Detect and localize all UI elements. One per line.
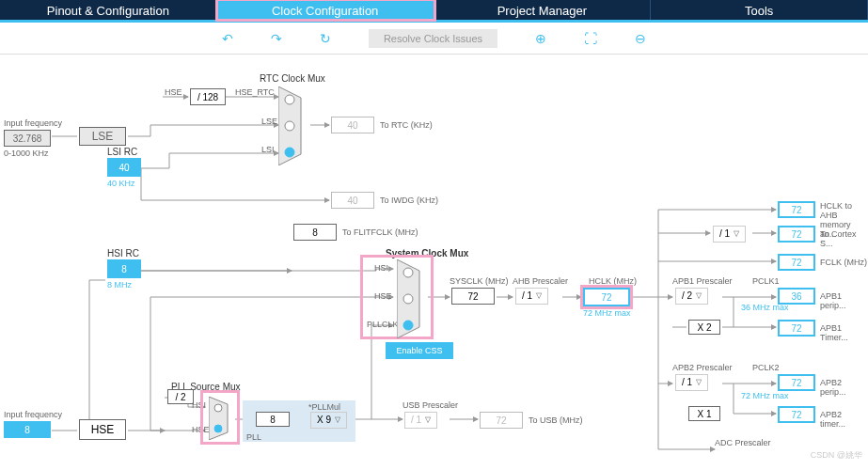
apb1-prescaler-label: APB1 Prescaler (672, 276, 733, 286)
svg-point-3 (288, 150, 292, 154)
cortex-val: 72 (778, 226, 815, 243)
apb1-prescaler-select[interactable]: / 2▽ (675, 288, 708, 305)
zoom-out-icon[interactable]: ⊖ (635, 31, 646, 46)
usb-prescaler-label: USB Prescaler (402, 400, 458, 410)
flitfclk-val: 8 (293, 224, 337, 241)
sysclk-val[interactable]: 72 (451, 288, 495, 305)
svg-point-0 (285, 95, 294, 104)
lsi-unit-label: 40 KHz (107, 179, 135, 188)
hse-rtc-divider: / 128 (190, 88, 226, 105)
pclk1-label: PCLK1 (752, 276, 780, 286)
zoom-fit-icon[interactable]: ⛶ (584, 31, 597, 46)
tab-tools[interactable]: Tools (651, 0, 868, 20)
apb2-timer-label: APB2 timer... (820, 410, 868, 429)
clock-diagram-canvas[interactable]: Input frequency 32.768 0-1000 KHz LSE LS… (0, 55, 868, 464)
apb2-prescaler-select[interactable]: / 1▽ (675, 374, 708, 391)
to-usb-label: To USB (MHz) (529, 415, 583, 425)
pll-source-mux[interactable] (209, 397, 235, 440)
adc-prescaler-label: ADC Prescaler (715, 438, 771, 447)
rtc-mux-title: RTC Clock Mux (260, 73, 325, 84)
input-freq-hse-label: Input frequency (4, 410, 62, 419)
cortex-div-select[interactable]: / 1▽ (713, 226, 746, 243)
tab-project-manager[interactable]: Project Manager (434, 0, 652, 20)
rtc-clock-mux[interactable] (278, 86, 312, 165)
watermark: CSDN @姚华 (811, 449, 862, 462)
to-cortex-label: To Cortex S... (820, 229, 868, 248)
tab-pinout[interactable]: Pinout & Configuration (0, 0, 217, 20)
refresh-icon[interactable]: ↻ (320, 31, 331, 46)
zoom-in-icon[interactable]: ⊕ (535, 31, 546, 46)
usb-prescaler-select[interactable]: / 1▽ (404, 412, 437, 429)
sys-mux-pllclk: PLLCLK (367, 320, 399, 329)
sysclk-label: SYSCLK (MHz) (450, 276, 509, 286)
pll-in-val: 8 (256, 412, 290, 427)
to-rtc-label: To RTC (KHz) (380, 120, 433, 130)
hsi-rc-label: HSI RC (107, 248, 139, 258)
lse-range-label: 0-1000 KHz (4, 149, 49, 158)
toolbar: ↶ ↷ ↻ Resolve Clock Issues ⊕ ⛶ ⊖ (0, 23, 868, 55)
hsi-freq: 8 (107, 259, 141, 278)
to-iwdg-label: To IWDG (KHz) (380, 196, 438, 205)
pllmul-select[interactable]: X 9▽ (310, 412, 347, 429)
svg-point-4 (403, 268, 413, 277)
apb1-periph-label: APB1 perip... (820, 291, 868, 310)
svg-point-5 (403, 294, 413, 304)
lsi-freq: 40 (107, 158, 141, 177)
iwdg-out-val: 40 (331, 192, 374, 209)
apb2-periph-val: 72 (778, 374, 815, 391)
pll-label: PLL (246, 432, 261, 442)
ahb-prescaler-select[interactable]: / 1▽ (515, 288, 548, 305)
rtc-mux-lse-label: LSE (261, 117, 277, 126)
hclk-max-label: 72 MHz max (583, 308, 631, 318)
fclk-label: FCLK (MHz) (820, 258, 867, 267)
pclk2-note: 72 MHz max (741, 391, 789, 400)
system-clock-mux[interactable] (397, 259, 431, 338)
apb2-timer-val: 72 (778, 406, 815, 423)
hsi-unit-label: 8 MHz (107, 280, 132, 290)
lsi-rc-label: LSI RC (107, 147, 137, 157)
apb2-timer-mul: X 1 (688, 406, 720, 421)
hse-block: HSE (79, 419, 126, 440)
redo-icon[interactable]: ↷ (271, 31, 282, 46)
usb-val: 72 (480, 412, 523, 429)
lse-freq-input[interactable]: 32.768 (4, 130, 51, 147)
hse-rtc-label: HSE_RTC (235, 87, 275, 97)
hse-freq-input[interactable]: 8 (4, 421, 51, 438)
apb1-periph-val: 36 (778, 288, 815, 305)
apb1-timer-mul: X 2 (688, 320, 720, 335)
pllmul-label: *PLLMul (308, 402, 340, 412)
svg-point-8 (214, 404, 222, 412)
enable-css-button[interactable]: Enable CSS (386, 342, 453, 359)
apb1-timer-val: 72 (778, 320, 815, 337)
resolve-clock-issues-button[interactable]: Resolve Clock Issues (369, 29, 497, 48)
hclk-label: HCLK (MHz) (589, 276, 637, 286)
svg-point-7 (406, 323, 410, 327)
top-navigation: Pinout & Configuration Clock Configurati… (0, 0, 868, 23)
hclk-val[interactable]: 72 (583, 288, 630, 306)
tab-clock-config[interactable]: Clock Configuration (217, 0, 434, 20)
hse-div-label: HSE (165, 87, 182, 97)
undo-icon[interactable]: ↶ (222, 31, 233, 46)
svg-point-1 (285, 121, 294, 131)
hclk-to-ahb-val: 72 (778, 201, 815, 218)
pclk2-label: PCLK2 (752, 363, 780, 372)
apb2-prescaler-label: APB2 Prescaler (672, 363, 733, 372)
lse-block: LSE (79, 127, 126, 146)
fclk-val: 72 (778, 254, 815, 271)
apb2-periph-label: APB2 perip... (820, 378, 868, 397)
ahb-prescaler-label: AHB Prescaler (513, 276, 568, 286)
to-flitfclk-label: To FLITFCLK (MHz) (342, 227, 418, 237)
pll-hsi-div: / 2 (167, 389, 194, 404)
sys-mux-hsi: HSI (374, 263, 388, 273)
svg-point-10 (216, 427, 220, 431)
apb1-timer-label: APB1 Timer... (820, 323, 868, 342)
input-freq-lse-label: Input frequency (4, 118, 62, 128)
rtc-out-val: 40 (331, 117, 374, 133)
sys-mux-hse: HSE (374, 291, 392, 301)
rtc-mux-lsi-label: LSI (261, 145, 275, 154)
